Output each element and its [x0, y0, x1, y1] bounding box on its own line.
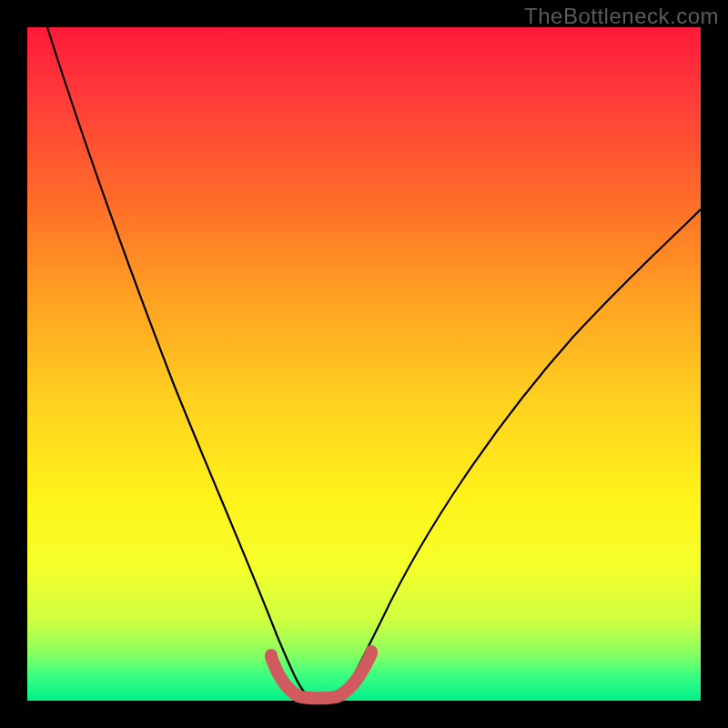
plot-area	[27, 27, 701, 701]
watermark-text: TheBottleneck.com	[524, 4, 719, 29]
bottleneck-curve	[47, 27, 701, 697]
minimum-band	[271, 653, 371, 698]
band-dot-left	[265, 649, 278, 662]
band-dot-right	[365, 645, 378, 658]
curve-layer	[27, 27, 701, 701]
chart-frame: TheBottleneck.com	[0, 0, 728, 728]
